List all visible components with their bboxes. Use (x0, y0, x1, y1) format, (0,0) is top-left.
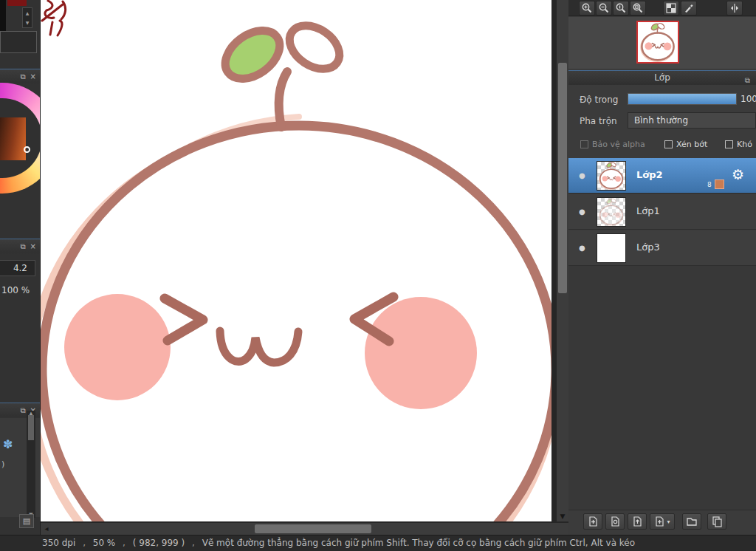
zoom-out-button[interactable] (596, 1, 612, 16)
layer-properties-gear-icon[interactable]: ⚙ (732, 166, 744, 182)
zoom-100-button[interactable] (613, 1, 629, 16)
document-tab-icon[interactable]: ▤ (19, 514, 34, 528)
layer-row-lop3[interactable]: ● Lớp3 (568, 230, 756, 266)
zoom-fit-button[interactable] (630, 1, 646, 16)
status-coordinates: ( 982, 999 ) (133, 538, 185, 548)
spinner-up-icon[interactable]: ▲ (26, 10, 30, 16)
spinner-down-icon[interactable]: ▼ (26, 20, 30, 25)
canvas-area: ▼ ◂ (41, 0, 568, 535)
zoom-100-icon (615, 2, 627, 14)
status-zoom[interactable]: 50 % (93, 538, 116, 548)
layer2-thumb-art (597, 162, 625, 190)
config-gear-icon[interactable]: ✽ (3, 437, 13, 451)
vertical-scrollbar-thumb[interactable] (558, 63, 567, 293)
brush-size-spinbox[interactable]: 4.2 (0, 260, 35, 276)
mirror-view-button[interactable] (726, 1, 743, 16)
status-separator: , (123, 538, 126, 548)
status-hint: Vẽ một đường thẳng bằng cách giữ phím Sh… (202, 538, 635, 548)
layer-row-lop2[interactable]: ● Lớp2 8 ⚙ (568, 158, 756, 194)
blend-mode-dropdown[interactable]: Bình thường (628, 112, 756, 129)
scroll-left-icon[interactable]: ◂ (41, 523, 52, 535)
delete-layer-button[interactable] (707, 513, 726, 530)
add-layer-dropdown-button[interactable]: ▾ (650, 513, 675, 530)
zoom-in-button[interactable] (579, 1, 595, 16)
close-docker-icon[interactable]: × (30, 73, 36, 81)
layer-row-lop1[interactable]: ● Lớp1 (568, 194, 756, 230)
color-swatch-dark-red[interactable] (7, 0, 27, 6)
horizontal-scrollbar-thumb[interactable] (255, 524, 371, 533)
scroll-down-icon[interactable]: ▼ (557, 513, 568, 520)
clip-label: Xén bớt (676, 140, 707, 149)
canvas-horizontal-scrollbar[interactable]: ◂ (41, 523, 568, 535)
float-docker-icon[interactable]: ⧉ (20, 407, 25, 414)
alpha-lock-checkbox[interactable] (580, 140, 588, 148)
zoom-in-icon (581, 2, 593, 14)
layer-docker-title: Lớp ⧉ (568, 70, 756, 85)
add-layer-icon (587, 516, 599, 527)
opacity-slider-fill (628, 94, 736, 104)
blush-left (64, 294, 171, 400)
float-docker-icon[interactable]: ⧉ (745, 73, 750, 87)
add-layer-type-icon (654, 516, 666, 527)
dock-scrollbar[interactable]: ▲ ▼ (27, 411, 35, 518)
color-docker-header: ⧉ × (0, 69, 41, 83)
hue-ring-indicator[interactable] (24, 146, 30, 153)
mirror-icon (729, 3, 740, 13)
selected-preset-box[interactable] (0, 31, 37, 53)
checker-pattern-icon (666, 3, 676, 13)
sketch-scribbles (42, 1, 66, 35)
canvas[interactable] (41, 0, 551, 521)
brush-opacity-value[interactable]: 100 % (1, 285, 30, 295)
group-layer-button[interactable] (682, 513, 701, 530)
dropdown-caret-icon: ▾ (667, 519, 670, 525)
preview-art (638, 22, 678, 62)
opacity-slider[interactable] (628, 93, 737, 105)
float-docker-icon[interactable]: ⧉ (20, 73, 25, 81)
leaf-right (281, 17, 347, 78)
dock-scrollbar-thumb[interactable] (28, 415, 34, 440)
document-preview-thumbnail[interactable] (636, 21, 679, 64)
status-separator: , (83, 538, 86, 548)
overview-toolbar (568, 0, 756, 16)
layer-name[interactable]: Lớp1 (636, 205, 660, 216)
opacity-value: 100 (740, 94, 756, 104)
close-docker-icon[interactable]: × (30, 243, 36, 250)
move-layer-up-button[interactable] (628, 513, 647, 530)
canvas-vertical-scrollbar[interactable]: ▼ (557, 0, 568, 521)
value-spinner[interactable]: ▲ ▼ (22, 7, 32, 28)
truncated-label: ) (1, 459, 4, 469)
layer-thumbnail[interactable] (597, 197, 626, 227)
lock-label: Khó (737, 140, 752, 149)
canvas-artwork[interactable] (41, 0, 551, 521)
layer-visibility-icon[interactable]: ● (579, 171, 585, 179)
brush-button[interactable] (681, 1, 697, 16)
layer-visibility-icon[interactable]: ● (579, 208, 585, 216)
lock-checkbox[interactable] (725, 140, 733, 148)
alpha-lock-checkbox-group[interactable]: Bảo vệ alpha (580, 140, 645, 149)
layer-thumbnail[interactable] (597, 161, 626, 191)
brush-docker-header: ⧉ × (0, 239, 41, 253)
lock-checkbox-group[interactable]: Khó (725, 140, 752, 149)
layer-actions-bar: ▾ (568, 510, 756, 532)
krita-window: ▲ ▼ ⧉ × ⧉ × 4.2 100 % ⧉ × ✽ ) ▲ ▼ (0, 0, 756, 551)
blend-mode-value: Bình thường (634, 115, 688, 126)
duplicate-layer-button[interactable] (605, 513, 625, 530)
color-wheel[interactable] (0, 83, 41, 194)
layer-visibility-icon[interactable]: ● (579, 244, 585, 252)
pattern-button[interactable] (663, 1, 679, 16)
left-edge-strip (0, 0, 6, 33)
layer-color-swatch (715, 179, 724, 189)
saturation-value-square[interactable] (0, 117, 26, 160)
float-docker-icon[interactable]: ⧉ (20, 243, 25, 250)
zoom-out-icon (598, 2, 610, 14)
left-dock-column: ▲ ▼ ⧉ × ⧉ × 4.2 100 % ⧉ × ✽ ) ▲ ▼ (0, 0, 41, 535)
layer-list-empty-area (568, 266, 756, 510)
clip-checkbox[interactable] (664, 140, 673, 148)
zoom-fit-icon (632, 2, 644, 14)
overview-preview[interactable] (568, 17, 756, 69)
clip-checkbox-group[interactable]: Xén bớt (664, 140, 707, 149)
layer-thumbnail[interactable] (597, 233, 626, 263)
layer-name[interactable]: Lớp2 (636, 169, 663, 180)
add-layer-button[interactable] (583, 513, 602, 530)
layer-name[interactable]: Lớp3 (636, 242, 660, 253)
